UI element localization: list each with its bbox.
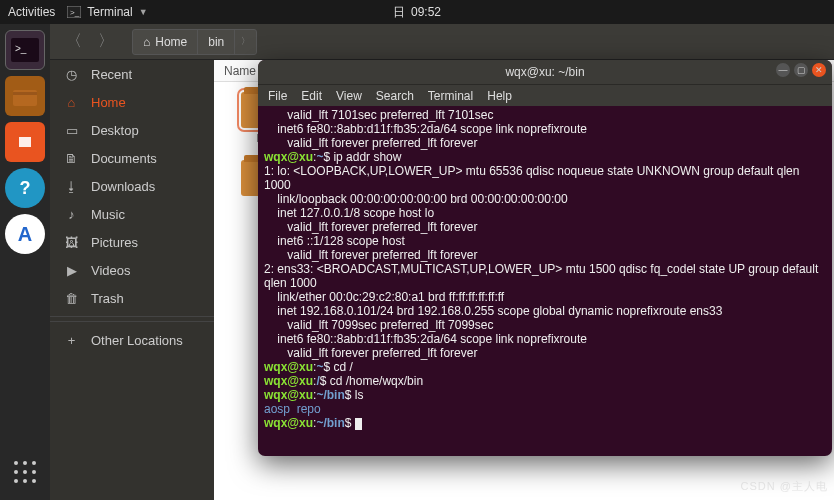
svg-text:>_: >_ [15,43,27,54]
maximize-button[interactable]: ▢ [794,63,808,77]
files-sidebar: ◷Recent⌂Home▭Desktop🗎Documents⭳Downloads… [50,60,214,500]
chevron-right-icon: 〉 [235,35,256,48]
svg-point-12 [32,470,36,474]
terminal-titlebar[interactable]: wqx@xu: ~/bin — ▢ ✕ [258,60,832,84]
menu-help[interactable]: Help [487,89,512,103]
launcher-help[interactable]: ? [5,168,45,208]
music-icon: ♪ [64,207,79,222]
home-icon: ⌂ [64,95,79,110]
gnome-topbar: Activities >_ Terminal ▼ 日 09:52 [0,0,834,24]
sidebar-item-music[interactable]: ♪Music [50,200,214,228]
sidebar-item-pictures[interactable]: 🖼Pictures [50,228,214,256]
menu-view[interactable]: View [336,89,362,103]
desktop-icon: ▭ [64,123,79,138]
svg-point-14 [23,479,27,483]
svg-rect-5 [13,92,37,95]
svg-point-13 [14,479,18,483]
svg-point-8 [23,461,27,465]
menu-terminal[interactable]: Terminal [428,89,473,103]
trash-icon: 🗑 [64,291,79,306]
back-button[interactable]: 〈 [60,28,88,56]
home-icon: ⌂ [143,35,150,49]
sidebar-item-home[interactable]: ⌂Home [50,88,214,116]
forward-button[interactable]: 〉 [92,28,120,56]
sidebar-item-recent[interactable]: ◷Recent [50,60,214,88]
plus-icon: + [64,333,79,348]
sidebar-item-documents[interactable]: 🗎Documents [50,144,214,172]
svg-point-9 [32,461,36,465]
terminal-app-icon: >_ [67,6,81,18]
sidebar-item-videos[interactable]: ▶Videos [50,256,214,284]
launcher-dock: >_ ? A [0,24,50,500]
breadcrumb-bin[interactable]: bin [198,30,235,54]
files-toolbar: 〈 〉 ⌂ Home bin 〉 [50,24,834,60]
svg-text:>_: >_ [70,8,80,17]
doc-icon: 🗎 [64,151,79,166]
terminal-body[interactable]: valid_lft 7101sec preferred_lft 7101sec … [258,106,832,456]
sidebar-item-downloads[interactable]: ⭳Downloads [50,172,214,200]
svg-point-15 [32,479,36,483]
close-button[interactable]: ✕ [812,63,826,77]
menu-edit[interactable]: Edit [301,89,322,103]
breadcrumb-home[interactable]: ⌂ Home [133,30,198,54]
download-icon: ⭳ [64,179,79,194]
clock[interactable]: 日 09:52 [393,4,441,21]
sidebar-other-locations[interactable]: + Other Locations [50,326,214,354]
app-menu[interactable]: >_ Terminal ▼ [67,5,147,19]
menu-search[interactable]: Search [376,89,414,103]
launcher-terminal[interactable]: >_ [5,30,45,70]
svg-point-7 [14,461,18,465]
dropdown-icon: ▼ [139,7,148,17]
watermark: CSDN @主人电 [741,479,828,494]
terminal-menubar: FileEditViewSearchTerminalHelp [258,84,832,106]
menu-file[interactable]: File [268,89,287,103]
launcher-software[interactable] [5,122,45,162]
sidebar-item-trash[interactable]: 🗑Trash [50,284,214,312]
svg-point-11 [23,470,27,474]
sidebar-item-desktop[interactable]: ▭Desktop [50,116,214,144]
picture-icon: 🖼 [64,235,79,250]
breadcrumb: ⌂ Home bin 〉 [132,29,257,55]
activities-button[interactable]: Activities [8,5,55,19]
terminal-window[interactable]: wqx@xu: ~/bin — ▢ ✕ FileEditViewSearchTe… [258,60,832,456]
clock-icon: ◷ [64,67,79,82]
launcher-android-studio[interactable]: A [5,214,45,254]
video-icon: ▶ [64,263,79,278]
show-applications[interactable] [5,452,45,492]
svg-point-10 [14,470,18,474]
launcher-files[interactable] [5,76,45,116]
minimize-button[interactable]: — [776,63,790,77]
